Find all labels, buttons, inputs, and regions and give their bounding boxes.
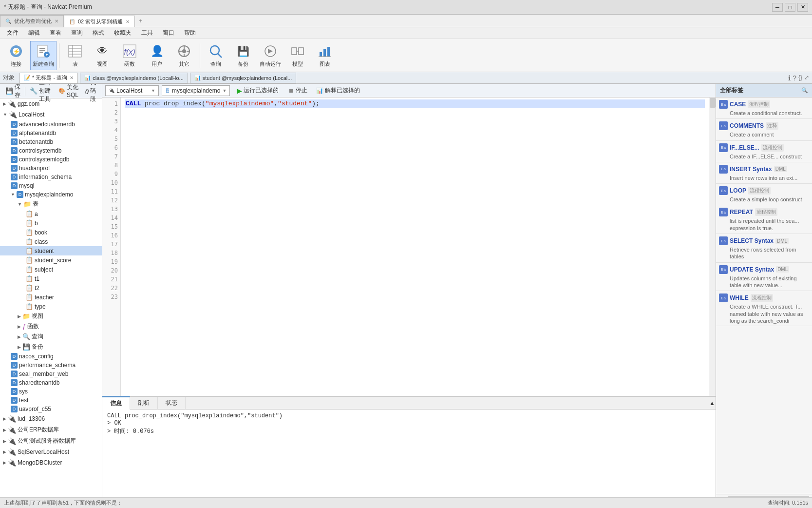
sidebar-item-mysqlexplaindemo[interactable]: ▼ D mysqlexplaindemo: [0, 190, 102, 199]
sidebar-item-nacos-config[interactable]: D nacos_config: [0, 352, 102, 361]
query-tab-active[interactable]: 📝 * 无标题 - 查询 ✕: [19, 73, 78, 83]
sidebar-item-tables-folder[interactable]: ▼ 📁 表: [0, 199, 102, 209]
info-icon[interactable]: ℹ: [788, 74, 791, 82]
snippet-update-syntax[interactable]: Ea UPDATE Syntax DML Updates columns of …: [716, 263, 812, 292]
tab-1-close[interactable]: ✕: [55, 19, 58, 24]
snippet-while[interactable]: Ea WHILE 流程控制 Create a WHILE construct. …: [716, 291, 812, 326]
right-panel-search-icon[interactable]: 🔍: [801, 87, 808, 94]
menu-file[interactable]: 文件: [2, 28, 23, 38]
sidebar-item-localhost[interactable]: ▼ 🔌 LocalHost: [0, 109, 102, 120]
snippet-repeat[interactable]: Ea REPEAT 流程控制 list is repeated until th…: [716, 205, 812, 234]
toolbar-model[interactable]: 模型: [284, 41, 311, 70]
snippet-loop[interactable]: Ea LOOP 流程控制 Create a simple loop constr…: [716, 184, 812, 205]
close-button[interactable]: ✕: [797, 3, 808, 12]
menu-view[interactable]: 查看: [45, 28, 66, 38]
scrollbar-thumb[interactable]: [710, 98, 716, 108]
tab-2-close[interactable]: ✕: [126, 19, 130, 24]
sidebar-item-controlsystemlogdb[interactable]: D controlsystemlogdb: [0, 155, 102, 164]
toolbar-autorun[interactable]: 自动运行: [257, 41, 283, 70]
toolbar-user[interactable]: 👤 用户: [144, 41, 170, 70]
sidebar-item-sys[interactable]: D sys: [0, 387, 102, 396]
code-editor[interactable]: CALL proc_drop_index("mysqlexplaindemo",…: [121, 98, 709, 396]
snippet-if-else[interactable]: Ea IF...ELSE... 流程控制 Create a IF...ELSE.…: [716, 141, 812, 162]
sidebar-item-backup-folder[interactable]: ▶ 💾 备份: [0, 342, 102, 352]
sidebar-item-sharedtenantdb[interactable]: D sharedtenantdb: [0, 378, 102, 387]
sidebar-item-table-teacher[interactable]: 📋 teacher: [0, 293, 102, 302]
sidebar-item-table-t2[interactable]: 📋 t2: [0, 283, 102, 293]
sidebar-item-table-t1[interactable]: 📋 t1: [0, 274, 102, 283]
code-brace-icon[interactable]: {}: [798, 74, 802, 82]
explain-button[interactable]: 📊 解释已选择的: [313, 85, 363, 96]
toolbar-view[interactable]: 👁 视图: [89, 41, 115, 70]
menu-edit[interactable]: 编辑: [23, 28, 45, 38]
toolbar-other[interactable]: 其它: [171, 41, 197, 70]
toolbar-func[interactable]: f(x) 函数: [116, 41, 143, 70]
sidebar-item-mongodb[interactable]: ▶ 🔌 MongoDBCluster: [0, 457, 102, 468]
bottom-panel-scrollup[interactable]: ▲: [709, 400, 716, 407]
toolbar-backup[interactable]: 💾 备份: [230, 41, 256, 70]
sidebar-item-test[interactable]: D test: [0, 396, 102, 405]
code-snippet-button[interactable]: () 代码段: [83, 84, 99, 104]
sidebar-item-table-student[interactable]: 📋 student: [0, 246, 102, 255]
expand-icon[interactable]: ⤢: [804, 74, 809, 82]
sidebar-item-table-student-score[interactable]: 📋 student_score: [0, 255, 102, 265]
sidebar-item-table-type[interactable]: 📋 type: [0, 302, 102, 311]
beautify-sql-button[interactable]: 🎨 美化 SQL: [56, 84, 81, 99]
sidebar-item-company-erp[interactable]: ▶ 🔌 公司ERP数据库: [0, 424, 102, 435]
sidebar-item-table-book[interactable]: 📋 book: [0, 228, 102, 237]
toolbar-connect[interactable]: ⚡ 连接: [3, 41, 29, 70]
save-button[interactable]: 💾 保存: [3, 84, 23, 100]
menu-query[interactable]: 查询: [66, 28, 88, 38]
sidebar-item-huadianprof[interactable]: D huadianprof: [0, 164, 102, 173]
query-tab-class[interactable]: 📊 class @mysqlexplaindemo (LocalHo...: [80, 73, 188, 83]
snippet-case[interactable]: Ea CASE 流程控制 Create a conditional constr…: [716, 98, 812, 119]
sidebar-item-controlsystemdb[interactable]: D controlsystemdb: [0, 146, 102, 155]
snippet-comments[interactable]: Ea COMMENTS 注释 Create a comment: [716, 119, 812, 140]
bottom-tab-status[interactable]: 状态: [158, 397, 186, 409]
menu-window[interactable]: 窗口: [158, 28, 179, 38]
bottom-tab-profiling[interactable]: 剖析: [130, 397, 158, 409]
menu-favorites[interactable]: 收藏夹: [109, 28, 136, 38]
sidebar-item-table-subject[interactable]: 📋 subject: [0, 265, 102, 274]
tab-1[interactable]: 🔍 优化与查询优化 ✕: [0, 15, 64, 27]
sidebar-item-views-folder[interactable]: ▶ 📁 视图: [0, 311, 102, 321]
sidebar-item-advancedcustomerdb[interactable]: D advancedcustomerdb: [0, 120, 102, 129]
snippet-insert-syntax[interactable]: Ea INSERT Syntax DML Insert new rows int…: [716, 162, 812, 184]
query-tab-student[interactable]: 📊 student @mysqlexplaindemo (Local...: [190, 73, 297, 83]
maximize-button[interactable]: □: [785, 3, 795, 12]
sidebar-item-performance-schema[interactable]: D performance_schema: [0, 361, 102, 370]
help-icon[interactable]: ?: [793, 74, 796, 82]
sidebar-item-information-schema[interactable]: D information_schema: [0, 173, 102, 181]
new-tab-button[interactable]: +: [135, 15, 146, 27]
menu-format[interactable]: 格式: [88, 28, 109, 38]
bottom-tab-info[interactable]: 信息: [102, 396, 130, 410]
toolbar-chart[interactable]: 图表: [312, 41, 338, 70]
sidebar-item-sqlserver[interactable]: ▶ 🔌 SqlServerLocalHost: [0, 447, 102, 457]
sidebar-item-table-b[interactable]: 📋 b: [0, 218, 102, 228]
query-tab-active-close[interactable]: ✕: [70, 75, 74, 80]
menu-tools[interactable]: 工具: [136, 28, 158, 38]
minimize-button[interactable]: ─: [772, 3, 783, 12]
sidebar-item-betatenantdb[interactable]: D betatenantdb: [0, 137, 102, 146]
menu-help[interactable]: 帮助: [179, 28, 201, 38]
sidebar-item-seal-member-web[interactable]: D seal_member_web: [0, 370, 102, 378]
sidebar-item-functions-folder[interactable]: ▶ ƒ 函数: [0, 321, 102, 332]
toolbar-query[interactable]: 查询: [203, 41, 229, 70]
sidebar-item-company-test[interactable]: ▶ 🔌 公司测试服务器数据库: [0, 435, 102, 447]
tab-2[interactable]: 📋 02 索引从零到精通 ✕: [64, 16, 135, 27]
toolbar-new-query[interactable]: 新建查询: [30, 41, 57, 70]
sidebar-item-lud-13306[interactable]: ▶ 🔌 lud_13306: [0, 413, 102, 424]
snippet-select-syntax[interactable]: Ea SELECT Syntax DML Retrieve rows selec…: [716, 234, 812, 263]
sidebar-item-mysql[interactable]: D mysql: [0, 181, 102, 190]
sidebar-item-table-a[interactable]: 📋 a: [0, 209, 102, 218]
run-selected-button[interactable]: ▶ 运行已选择的: [233, 85, 283, 96]
sidebar-item-queries-folder[interactable]: ▶ 🔍 查询: [0, 332, 102, 342]
sidebar-item-table-class[interactable]: 📋 class: [0, 237, 102, 246]
toolbar-table[interactable]: 表: [62, 41, 88, 70]
database-selector[interactable]: 🗄 mysqlexplaindemo ▼: [162, 85, 230, 96]
host-selector[interactable]: 🔌 LocalHost ▼: [105, 85, 159, 96]
vertical-scrollbar[interactable]: [709, 98, 716, 396]
sidebar-item-alphatenantdb[interactable]: D alphatenantdb: [0, 129, 102, 137]
stop-button[interactable]: ⏹ 停止: [285, 85, 310, 96]
sidebar-item-uavprof-c55[interactable]: D uavprof_c55: [0, 405, 102, 413]
